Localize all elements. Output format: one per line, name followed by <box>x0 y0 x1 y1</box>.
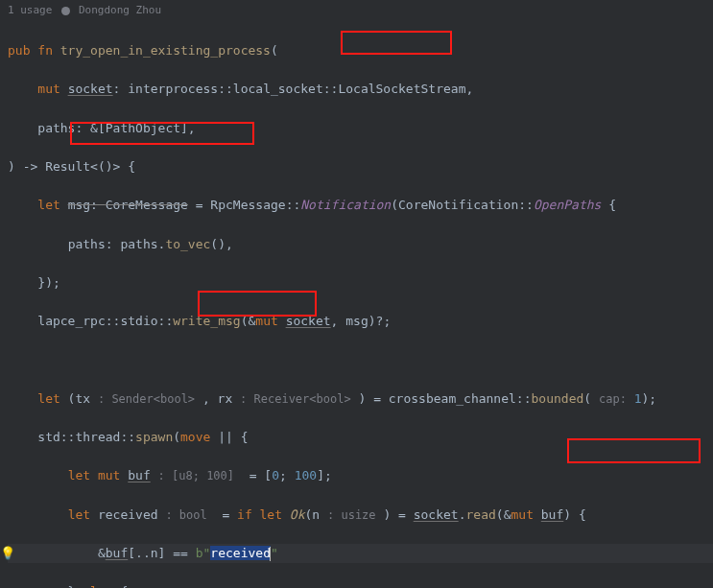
author-block[interactable]: Dongdong Zhou <box>61 2 161 18</box>
inlay-hint: cap: <box>599 392 627 406</box>
code-line: paths: &[PathObject], <box>8 119 713 138</box>
function-name: try_open_in_existing_process <box>60 43 271 58</box>
code-line: ) -> Result<()> { <box>8 157 713 176</box>
code-line: let mut buf : [u8; 100] = [0; 100]; <box>8 466 713 485</box>
code-line <box>8 350 713 369</box>
code-line: let msg: CoreMessage = RpcMessage::Notif… <box>8 196 713 215</box>
lightbulb-icon[interactable]: 💡 <box>0 544 15 563</box>
inlay-hint: : usize <box>327 508 376 522</box>
inlay-hint: : [u8; 100] <box>158 469 234 482</box>
code-line: pub fn try_open_in_existing_process( <box>8 41 713 60</box>
code-line: std::thread::spawn(move || { <box>8 428 713 447</box>
editor-header: 1 usage Dongdong Zhou <box>0 0 713 22</box>
code-line: mut socket: interprocess::local_socket::… <box>8 80 713 99</box>
author-name: Dongdong Zhou <box>79 4 161 16</box>
inlay-hint: : Sender<bool> <box>98 392 195 406</box>
code-line-active: 💡 &buf[..n] == b"received" <box>8 544 713 563</box>
code-line: let received : bool = if let Ok(n : usiz… <box>8 506 713 525</box>
usage-count[interactable]: 1 usage <box>8 2 52 18</box>
inlay-hint: : bool <box>165 508 206 522</box>
code-line: let (tx : Sender<bool> , rx : Receiver<b… <box>8 389 713 409</box>
selection: received <box>210 546 271 560</box>
person-icon <box>61 7 70 15</box>
code-line: }); <box>8 273 713 293</box>
inlay-hint: : Receiver<bool> <box>240 392 351 406</box>
code-editor[interactable]: pub fn try_open_in_existing_process( mut… <box>0 22 713 588</box>
code-line: lapce_rpc::stdio::write_msg(&mut socket,… <box>8 312 713 331</box>
code-line: paths: paths.to_vec(), <box>8 235 713 254</box>
code-line: } else { <box>8 582 713 588</box>
